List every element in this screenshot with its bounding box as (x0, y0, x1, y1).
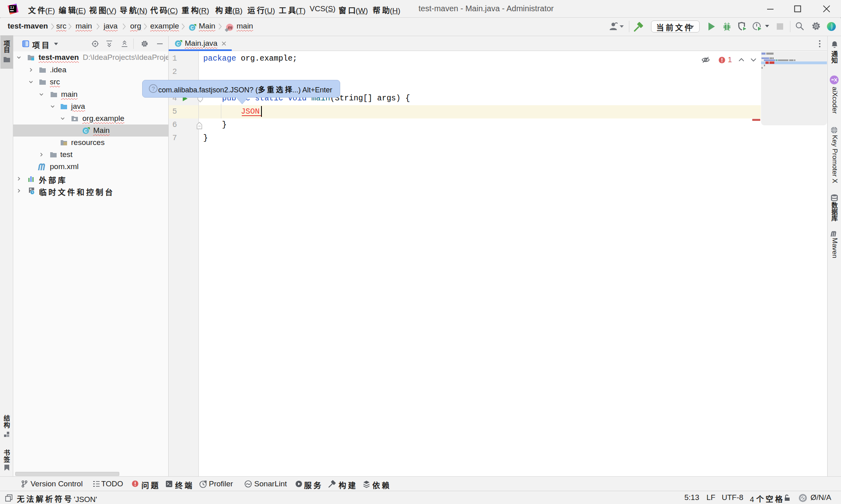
svg-text:C: C (84, 129, 88, 133)
svg-text:m: m (228, 24, 233, 31)
svg-text:?: ? (152, 85, 155, 92)
svg-text:IJ: IJ (10, 6, 14, 10)
svg-text:C: C (177, 41, 180, 46)
svg-text:C: C (191, 25, 194, 30)
